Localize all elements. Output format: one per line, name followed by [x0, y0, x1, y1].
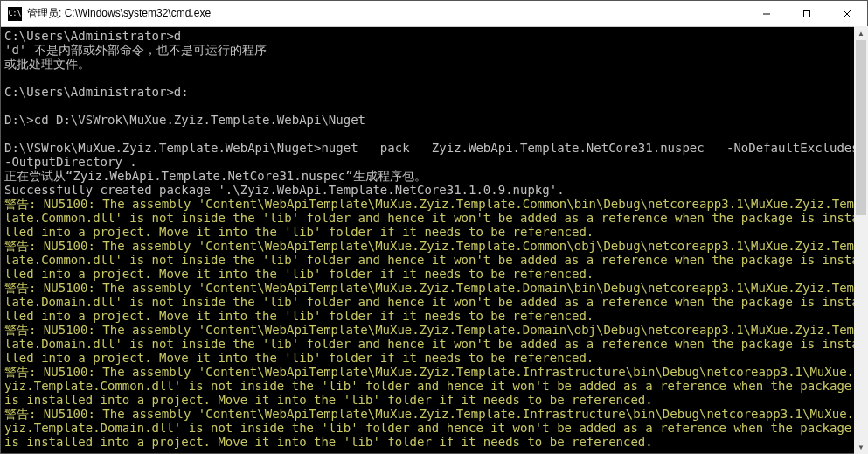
scrollbar-thumb[interactable]: [856, 40, 866, 215]
scroll-up-button[interactable]: ▲: [854, 26, 868, 40]
terminal-line: 警告: NU5100: The assembly 'Content\WebApi…: [4, 197, 864, 239]
window-controls: [746, 1, 867, 26]
scroll-down-button[interactable]: ▼: [854, 440, 868, 454]
terminal-line: 警告: NU5100: The assembly 'Content\WebApi…: [4, 365, 864, 407]
terminal-line: 警告: NU5100: The assembly 'Content\WebApi…: [4, 407, 864, 449]
vertical-scrollbar[interactable]: ▲ ▼: [854, 26, 868, 454]
svg-rect-1: [804, 10, 810, 17]
terminal-output[interactable]: C:\Users\Administrator>d'd' 不是内部或外部命令，也不…: [1, 27, 867, 453]
minimize-button[interactable]: [746, 1, 787, 26]
close-icon: [843, 10, 851, 18]
terminal-line: [4, 99, 864, 113]
titlebar[interactable]: C:\ 管理员: C:\Windows\system32\cmd.exe: [1, 1, 867, 27]
maximize-button[interactable]: [787, 1, 827, 26]
terminal-line: 或批处理文件。: [4, 57, 864, 71]
terminal-line: [4, 127, 864, 141]
terminal-line: D:\>cd D:\VSWrok\MuXue.Zyiz.Template.Web…: [4, 113, 864, 127]
terminal-line: 警告: NU5100: The assembly 'Content\WebApi…: [4, 239, 864, 281]
close-button[interactable]: [827, 1, 867, 26]
cmd-window: C:\ 管理员: C:\Windows\system32\cmd.exe C:\…: [0, 0, 868, 454]
maximize-icon: [802, 10, 811, 18]
terminal-line: 正在尝试从“Zyiz.WebApi.Template.NetCore31.nus…: [4, 169, 864, 183]
terminal-line: 'd' 不是内部或外部命令，也不是可运行的程序: [4, 43, 864, 57]
terminal-line: C:\Users\Administrator>d: [4, 29, 864, 43]
terminal-line: 警告: NU5100: The assembly 'Content\WebApi…: [4, 281, 864, 323]
terminal-line: 警告: NU5100: The assembly 'Content\WebApi…: [4, 323, 864, 365]
terminal-line: D:\VSWrok\MuXue.Zyiz.Template.WebApi\Nug…: [4, 141, 864, 169]
window-title: 管理员: C:\Windows\system32\cmd.exe: [27, 6, 746, 21]
minimize-icon: [762, 10, 771, 18]
terminal-line: Successfully created package '.\Zyiz.Web…: [4, 183, 864, 197]
terminal-line: C:\Users\Administrator>d:: [4, 85, 864, 99]
app-icon: C:\: [8, 7, 22, 21]
terminal-line: [4, 71, 864, 85]
